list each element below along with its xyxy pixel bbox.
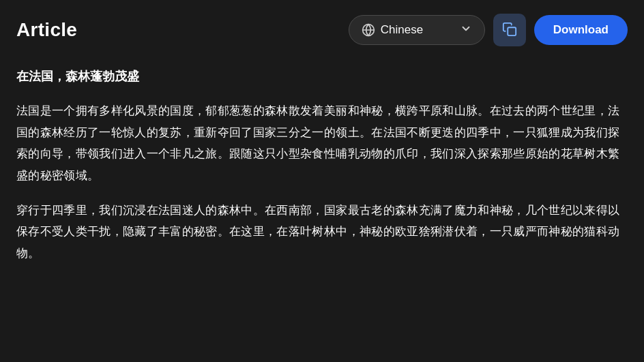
globe-icon	[362, 23, 375, 37]
language-selector-inner: Chinese	[362, 23, 423, 37]
language-label: Chinese	[381, 23, 423, 37]
page-title: Article	[16, 19, 77, 41]
chevron-down-icon	[460, 22, 472, 37]
app-container: Article Chinese	[0, 0, 644, 362]
header-controls: Chinese Download	[349, 14, 628, 46]
svg-rect-2	[508, 27, 516, 35]
article-paragraph-2: 穿行于四季里，我们沉浸在法国迷人的森林中。在西南部，国家最古老的森林充满了魔力和…	[16, 200, 628, 264]
language-selector[interactable]: Chinese	[349, 15, 485, 45]
article-heading: 在法国，森林蓬勃茂盛	[16, 65, 628, 88]
copy-icon	[502, 22, 517, 39]
article-paragraph-1: 法国是一个拥有多样化风景的国度，郁郁葱葱的森林散发着美丽和神秘，横跨平原和山脉。…	[16, 100, 628, 186]
article-content: 在法国，森林蓬勃茂盛 法国是一个拥有多样化风景的国度，郁郁葱葱的森林散发着美丽和…	[16, 65, 628, 348]
header: Article Chinese	[16, 14, 628, 46]
download-button[interactable]: Download	[534, 15, 628, 45]
copy-button[interactable]	[493, 14, 526, 46]
